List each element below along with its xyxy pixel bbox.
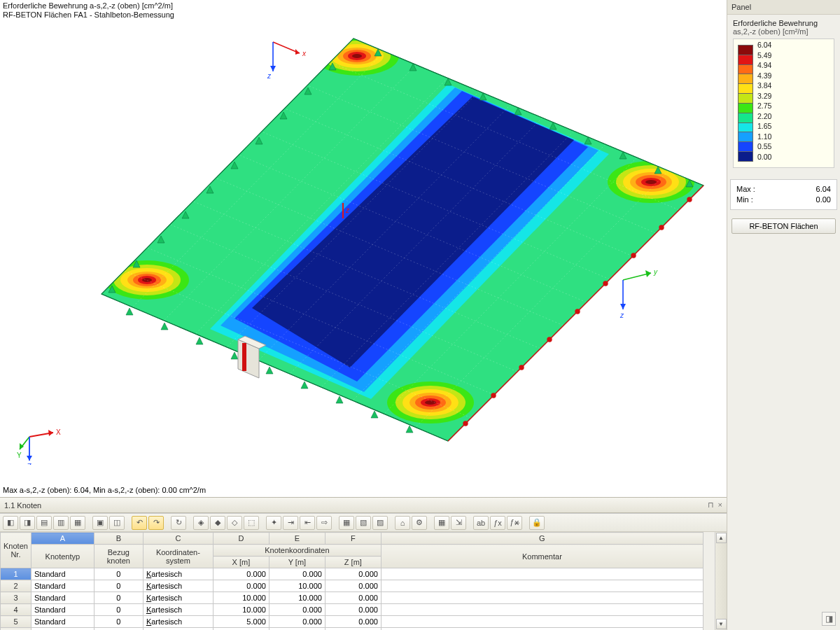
cell-sys[interactable]: Kartesisch: [143, 580, 213, 592]
toolbar-button[interactable]: ◨: [20, 516, 35, 530]
rf-beton-button[interactable]: RF-BETON Flächen: [732, 218, 836, 234]
toolbar-button[interactable]: ✦: [266, 516, 281, 530]
cell-z[interactable]: 0.000: [325, 616, 381, 628]
toolbar-button[interactable]: ▦: [70, 516, 85, 530]
toolbar-button[interactable]: ▨: [372, 516, 388, 530]
cell-k[interactable]: [381, 604, 703, 616]
toolbar-button[interactable]: ⚙: [412, 516, 427, 530]
toolbar-button[interactable]: ⬚: [244, 516, 259, 530]
cell-z[interactable]: 0.000: [325, 580, 381, 592]
cell-bezug[interactable]: 0: [94, 580, 143, 592]
cell-k[interactable]: [381, 616, 703, 628]
toolbar-button[interactable]: 🔒: [529, 516, 545, 530]
toolbar-button[interactable]: ▤: [36, 516, 52, 530]
cell-x[interactable]: 0.000: [213, 580, 269, 592]
toolbar-button[interactable]: ⇤: [300, 516, 315, 530]
pin-icon[interactable]: ⊓: [708, 500, 714, 510]
col-letter[interactable]: A: [31, 533, 94, 545]
toolbar-button[interactable]: ▣: [92, 516, 108, 530]
cell-sys[interactable]: Kartesisch: [143, 592, 213, 604]
toolbar-button[interactable]: ab: [473, 516, 489, 530]
cell-typ[interactable]: Standard: [31, 628, 94, 631]
row-number[interactable]: 4: [1, 604, 31, 616]
cell-sys[interactable]: Kartesisch: [143, 628, 213, 631]
cell-typ[interactable]: Standard: [31, 616, 94, 628]
cell-bezug[interactable]: 0: [94, 568, 143, 580]
toolbar-button[interactable]: ◆: [210, 516, 225, 530]
cell-y[interactable]: 0.000: [269, 568, 325, 580]
cell-z[interactable]: 0.000: [325, 568, 381, 580]
col-letter[interactable]: G: [381, 533, 703, 545]
toolbar-button[interactable]: ◇: [227, 516, 242, 530]
col-group-header[interactable]: Knotentyp: [31, 545, 94, 568]
cell-x[interactable]: 10.000: [213, 592, 269, 604]
scroll-down-icon[interactable]: ▼: [716, 619, 727, 629]
table-row[interactable]: 6Standard0Kartesisch5.00010.0000.000: [1, 628, 704, 631]
cell-sys[interactable]: Kartesisch: [143, 604, 213, 616]
toolbar-button[interactable]: ◧: [3, 516, 18, 530]
toolbar-button[interactable]: ⌂: [395, 516, 410, 530]
cell-z[interactable]: 0.000: [325, 592, 381, 604]
table-row[interactable]: 4Standard0Kartesisch10.0000.0000.000: [1, 604, 704, 616]
col-letter[interactable]: F: [325, 533, 381, 545]
toolbar-button[interactable]: ⇨: [316, 516, 332, 530]
cell-bezug[interactable]: 0: [94, 592, 143, 604]
table-row[interactable]: 5Standard0Kartesisch5.0000.0000.000: [1, 616, 704, 628]
col-letter[interactable]: E: [269, 533, 325, 545]
cell-sys[interactable]: Kartesisch: [143, 568, 213, 580]
cell-y[interactable]: 10.000: [269, 580, 325, 592]
cell-sys[interactable]: Kartesisch: [143, 616, 213, 628]
model-viewport[interactable]: Erforderliche Bewehrung a-s,2,-z (oben) …: [0, 0, 727, 497]
cell-typ[interactable]: Standard: [31, 592, 94, 604]
cell-k[interactable]: [381, 592, 703, 604]
col-group-header[interactable]: Bezugknoten: [94, 545, 143, 568]
cell-typ[interactable]: Standard: [31, 604, 94, 616]
col-group-header[interactable]: Koordinaten-system: [143, 545, 213, 568]
cell-y[interactable]: 0.000: [269, 604, 325, 616]
table-row[interactable]: 2Standard0Kartesisch0.00010.0000.000: [1, 580, 704, 592]
toolbar-button[interactable]: ▦: [434, 516, 449, 530]
close-icon[interactable]: ×: [718, 500, 722, 510]
toolbar-button[interactable]: ƒx: [490, 516, 505, 530]
table-scrollbar[interactable]: ▲ ▼: [715, 532, 727, 630]
col-group-header[interactable]: Z [m]: [325, 556, 381, 568]
toolbar-button[interactable]: ▦: [339, 516, 354, 530]
cell-y[interactable]: 0.000: [269, 616, 325, 628]
toolbar-button[interactable]: ◫: [109, 516, 125, 530]
toolbar-button[interactable]: ↻: [171, 516, 186, 530]
toolbar-button[interactable]: ƒx̶: [507, 516, 522, 530]
col-group-header[interactable]: Knotenkoordinaten: [213, 545, 381, 556]
cell-bezug[interactable]: 0: [94, 604, 143, 616]
cell-k[interactable]: [381, 568, 703, 580]
toolbar-button[interactable]: ↷: [148, 516, 164, 530]
table-row[interactable]: 3Standard0Kartesisch10.00010.0000.000: [1, 592, 704, 604]
col-letter[interactable]: D: [213, 533, 269, 545]
nodes-table[interactable]: KnotenNr.ABCDEFGKnotentypBezugknotenKoor…: [0, 532, 704, 630]
cell-x[interactable]: 5.000: [213, 616, 269, 628]
toolbar-button[interactable]: ▥: [53, 516, 69, 530]
cell-bezug[interactable]: 0: [94, 616, 143, 628]
toolbar-button[interactable]: ◈: [193, 516, 209, 530]
col-group-header[interactable]: X [m]: [213, 556, 269, 568]
cell-y[interactable]: 10.000: [269, 592, 325, 604]
scroll-up-icon[interactable]: ▲: [716, 533, 727, 543]
col-letter[interactable]: C: [143, 533, 213, 545]
cell-typ[interactable]: Standard: [31, 580, 94, 592]
row-number[interactable]: 5: [1, 616, 31, 628]
cell-k[interactable]: [381, 628, 703, 631]
row-number[interactable]: 6: [1, 628, 31, 631]
col-group-header[interactable]: Kommentar: [381, 545, 703, 568]
cell-k[interactable]: [381, 580, 703, 592]
col-letter[interactable]: B: [94, 533, 143, 545]
toolbar-button[interactable]: ↶: [132, 516, 147, 530]
toolbar-button[interactable]: ⇲: [451, 516, 466, 530]
row-number[interactable]: 3: [1, 592, 31, 604]
row-number[interactable]: 1: [1, 568, 31, 580]
col-group-header[interactable]: Y [m]: [269, 556, 325, 568]
cell-x[interactable]: 0.000: [213, 568, 269, 580]
toolbar-button[interactable]: ▧: [356, 516, 371, 530]
cell-z[interactable]: 0.000: [325, 604, 381, 616]
cell-x[interactable]: 10.000: [213, 604, 269, 616]
toolbar-button[interactable]: ⇥: [283, 516, 298, 530]
cell-bezug[interactable]: 0: [94, 628, 143, 631]
